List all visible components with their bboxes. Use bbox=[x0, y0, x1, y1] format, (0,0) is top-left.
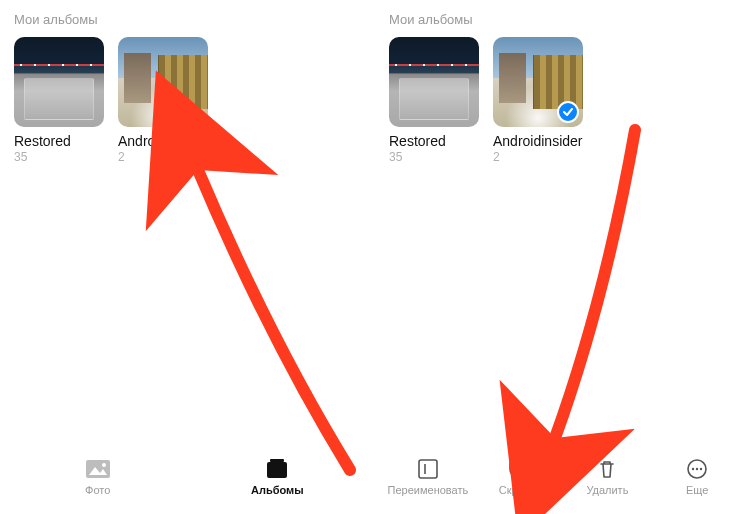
action-label: Удалить bbox=[586, 484, 628, 496]
album-thumbnail bbox=[493, 37, 583, 127]
album-thumbnail bbox=[14, 37, 104, 127]
bottom-nav: Фото Альбомы bbox=[0, 444, 375, 514]
album-restored[interactable]: Restored 35 bbox=[389, 37, 479, 164]
trash-icon bbox=[594, 458, 620, 480]
tab-label: Фото bbox=[85, 484, 110, 496]
album-androidinsider[interactable]: Androidinsider 2 bbox=[118, 37, 208, 164]
screen-right: Мои альбомы Restored 35 Androidinsider 2 bbox=[375, 0, 750, 514]
album-androidinsider[interactable]: Androidinsider 2 bbox=[493, 37, 583, 164]
album-name: Androidinsider bbox=[493, 133, 583, 149]
svg-rect-0 bbox=[86, 460, 110, 478]
action-more[interactable]: Еще bbox=[652, 458, 742, 496]
action-delete[interactable]: Удалить bbox=[563, 458, 653, 496]
album-count: 2 bbox=[118, 150, 208, 164]
action-bar: Переименовать Скрыть Удалить Еще bbox=[375, 444, 750, 514]
svg-point-2 bbox=[102, 463, 106, 467]
album-restored[interactable]: Restored 35 bbox=[14, 37, 104, 164]
svg-point-11 bbox=[696, 468, 698, 470]
action-label: Скрыть bbox=[499, 484, 537, 496]
photo-icon bbox=[85, 458, 111, 480]
section-title: Мои альбомы bbox=[14, 12, 361, 27]
action-label: Переименовать bbox=[388, 484, 469, 496]
screen-left: Мои альбомы Restored 35 Androidinsider 2 bbox=[0, 0, 375, 514]
tab-albums[interactable]: Альбомы bbox=[188, 458, 368, 496]
action-label: Еще bbox=[686, 484, 708, 496]
section-title: Мои альбомы bbox=[389, 12, 736, 27]
albums-icon bbox=[264, 458, 290, 480]
album-thumbnail bbox=[118, 37, 208, 127]
svg-rect-4 bbox=[270, 459, 284, 462]
albums-row: Restored 35 Androidinsider 2 bbox=[14, 37, 361, 164]
album-count: 35 bbox=[389, 150, 479, 164]
svg-rect-5 bbox=[419, 460, 437, 478]
tab-photo[interactable]: Фото bbox=[8, 458, 188, 496]
svg-point-12 bbox=[700, 468, 702, 470]
more-icon bbox=[684, 458, 710, 480]
selected-check-icon bbox=[557, 101, 579, 123]
hide-icon bbox=[505, 458, 531, 480]
album-name: Androidinsider bbox=[118, 133, 208, 149]
rename-icon bbox=[415, 458, 441, 480]
album-thumbnail bbox=[389, 37, 479, 127]
album-count: 2 bbox=[493, 150, 583, 164]
album-count: 35 bbox=[14, 150, 104, 164]
albums-row: Restored 35 Androidinsider 2 bbox=[389, 37, 736, 164]
svg-point-10 bbox=[692, 468, 694, 470]
action-rename[interactable]: Переименовать bbox=[383, 458, 473, 496]
album-name: Restored bbox=[389, 133, 479, 149]
tab-label: Альбомы bbox=[251, 484, 304, 496]
action-hide[interactable]: Скрыть bbox=[473, 458, 563, 496]
album-name: Restored bbox=[14, 133, 104, 149]
svg-rect-3 bbox=[267, 462, 287, 478]
